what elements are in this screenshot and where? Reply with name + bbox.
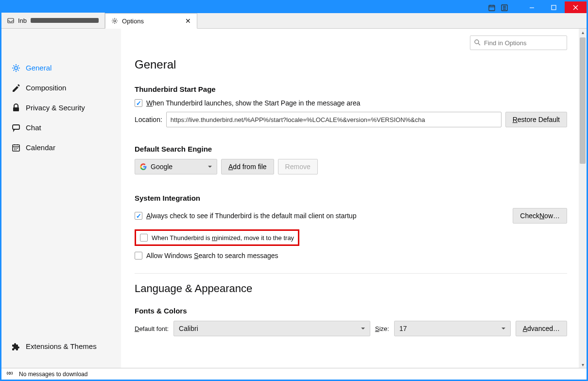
tab-options-label: Options: [122, 17, 144, 25]
window-maximize-button[interactable]: [543, 1, 565, 13]
section-system-integration: System Integration: [135, 194, 567, 202]
tab-close-icon[interactable]: ✕: [185, 17, 191, 25]
lock-icon: [11, 103, 21, 113]
redacted-text: [31, 18, 99, 23]
restore-default-button[interactable]: Restore Default: [505, 112, 567, 127]
svg-rect-2: [552, 5, 556, 10]
status-message: No messages to download: [19, 371, 87, 378]
sidebar-label: Extensions & Themes: [26, 342, 97, 350]
search-container: [470, 35, 567, 50]
svg-point-10: [9, 372, 11, 374]
advanced-fonts-button[interactable]: Advanced…: [516, 321, 567, 336]
section-fonts-colors: Fonts & Colors: [135, 307, 567, 315]
content-area: General Composition Privacy & Security C…: [1, 29, 587, 368]
label-windows-search: Allow Windows Search to search messages: [146, 252, 278, 260]
activity-icon: [6, 370, 13, 378]
options-sidebar: General Composition Privacy & Security C…: [1, 29, 121, 368]
page-title: General: [135, 58, 567, 71]
sidebar-item-calendar[interactable]: Calendar: [1, 138, 121, 157]
tab-inbox[interactable]: Inb: [1, 13, 105, 28]
svg-rect-6: [13, 107, 19, 111]
size-label: Size:: [375, 325, 389, 332]
tab-bar: Inb Options ✕: [1, 13, 587, 29]
window-minimize-button[interactable]: [521, 1, 543, 13]
sidebar-item-extensions[interactable]: Extensions & Themes: [1, 336, 121, 356]
svg-point-4: [114, 20, 116, 22]
section-divider: [135, 273, 567, 274]
size-select[interactable]: 17: [394, 321, 511, 336]
search-engine-value: Google: [151, 163, 173, 171]
search-icon: [474, 39, 481, 47]
sidebar-label: Chat: [26, 123, 41, 132]
scroll-up-arrow[interactable]: ▴: [580, 30, 585, 35]
scrollbar-track[interactable]: ▴ ▾: [579, 29, 587, 368]
label-always-check: Always check to see if Thunderbird is th…: [146, 212, 509, 220]
scrollbar-thumb[interactable]: [580, 37, 586, 164]
search-engine-select[interactable]: Google: [135, 159, 217, 174]
section-start-page: Thunderbird Start Page: [135, 85, 567, 93]
status-bar: No messages to download: [1, 368, 587, 380]
gear-icon: [11, 63, 21, 73]
tasks-small-icon[interactable]: [500, 3, 509, 12]
default-font-label: Default font:: [135, 325, 169, 332]
check-now-button[interactable]: Check Now…: [513, 208, 567, 224]
calendar-small-icon[interactable]: [487, 3, 496, 12]
checkbox-minimize-to-tray[interactable]: [140, 234, 148, 242]
toolbar-quick-icons: [487, 3, 509, 12]
inbox-icon: [7, 17, 14, 24]
sidebar-label: Calendar: [26, 143, 55, 152]
sidebar-item-general[interactable]: General: [1, 58, 121, 78]
pencil-icon: [11, 83, 21, 93]
checkbox-always-check-default[interactable]: [135, 212, 142, 220]
svg-rect-0: [489, 5, 495, 11]
checkbox-windows-search[interactable]: [135, 252, 142, 260]
label-minimize-tray: When Thunderbird is minimized, move it t…: [152, 234, 294, 242]
sidebar-item-privacy[interactable]: Privacy & Security: [1, 98, 121, 118]
chat-icon: [11, 123, 21, 133]
window-close-button[interactable]: [565, 1, 587, 13]
tab-options[interactable]: Options ✕: [105, 13, 197, 29]
section-search-engine: Default Search Engine: [135, 145, 567, 153]
app-window: Inb Options ✕ General Composition Privac…: [0, 0, 588, 381]
highlighted-option: When Thunderbird is minimized, move it t…: [135, 229, 299, 246]
sidebar-item-chat[interactable]: Chat: [1, 118, 121, 138]
search-input[interactable]: [470, 35, 567, 50]
tab-inbox-label: Inb: [18, 17, 27, 24]
svg-point-9: [475, 40, 479, 44]
calendar-icon: [11, 143, 21, 153]
font-select[interactable]: Calibri: [173, 321, 370, 336]
puzzle-icon: [11, 342, 21, 351]
remove-engine-button: Remove: [278, 159, 318, 174]
sidebar-label: Composition: [26, 84, 66, 92]
svg-point-5: [15, 67, 17, 69]
checkbox-show-start-page[interactable]: [135, 99, 142, 107]
gear-icon: [111, 17, 118, 24]
section-language-appearance: Language & Appearance: [135, 282, 567, 295]
svg-rect-7: [13, 125, 19, 129]
scroll-down-arrow[interactable]: ▾: [580, 362, 585, 367]
google-icon: [140, 163, 147, 170]
options-main: General Thunderbird Start Page When Thun…: [121, 29, 587, 368]
sidebar-label: Privacy & Security: [26, 104, 85, 112]
window-titlebar: [1, 1, 587, 13]
location-label: Location:: [135, 116, 162, 123]
sidebar-label: General: [26, 64, 52, 72]
add-from-file-button[interactable]: Add from file: [221, 159, 274, 174]
location-input[interactable]: [166, 112, 502, 127]
label-show-start-page: When Thunderbird launches, show the Star…: [146, 99, 360, 107]
sidebar-item-composition[interactable]: Composition: [1, 78, 121, 98]
